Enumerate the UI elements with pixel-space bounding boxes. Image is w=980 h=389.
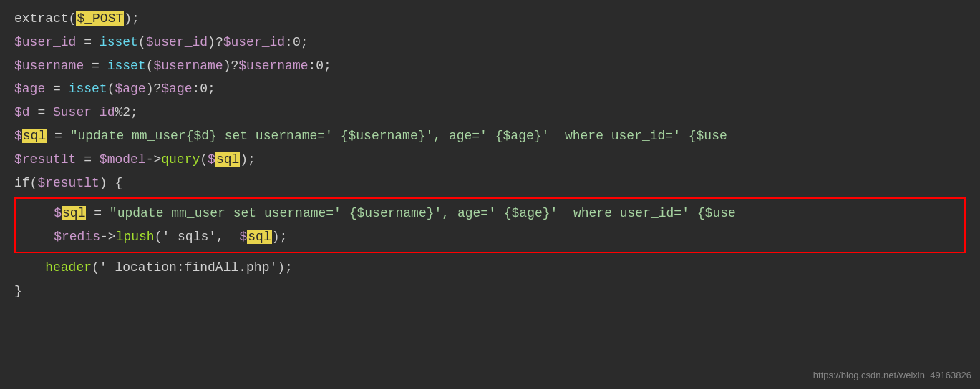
code-editor: extract($_POST); $user_id = isset($user_… [0, 0, 980, 310]
watermark: https://blog.csdn.net/weixin_49163826 [813, 368, 971, 383]
highlight-post: $_POST [76, 11, 124, 26]
code-line-8: if($resutlt) { [14, 172, 966, 195]
code-line-3: $username = isset($username)?$username:0… [14, 54, 966, 78]
code-line-4: $age = isset($age)?$age:0; [14, 77, 966, 101]
highlight-sql-4: sql [247, 230, 271, 244]
code-line-7: $resutlt = $model->query($sql); [14, 148, 966, 172]
box-code-line-2: $redis->lpush(' sqls', $sql); [23, 225, 957, 249]
code-line-5: $d = $user_id%2; [14, 101, 966, 124]
code-line-1: extract($_POST); [14, 7, 966, 31]
highlight-sql-3: sql [62, 206, 86, 220]
box-code-line-1: $sql = "update mm_user set username=' {$… [23, 202, 957, 225]
code-line-6: $sql = "update mm_user{$d} set username=… [14, 124, 966, 148]
red-highlight-box: $sql = "update mm_user set username=' {$… [14, 197, 966, 253]
code-line-footer-1: header(' location:findAll.php'); [14, 256, 966, 280]
code-line-footer-2: } [14, 280, 966, 303]
highlight-sql-2: sql [215, 152, 240, 167]
code-line-2: $user_id = isset($user_id)?$user_id:0; [14, 31, 966, 54]
highlight-sql-1: sql [22, 129, 47, 143]
